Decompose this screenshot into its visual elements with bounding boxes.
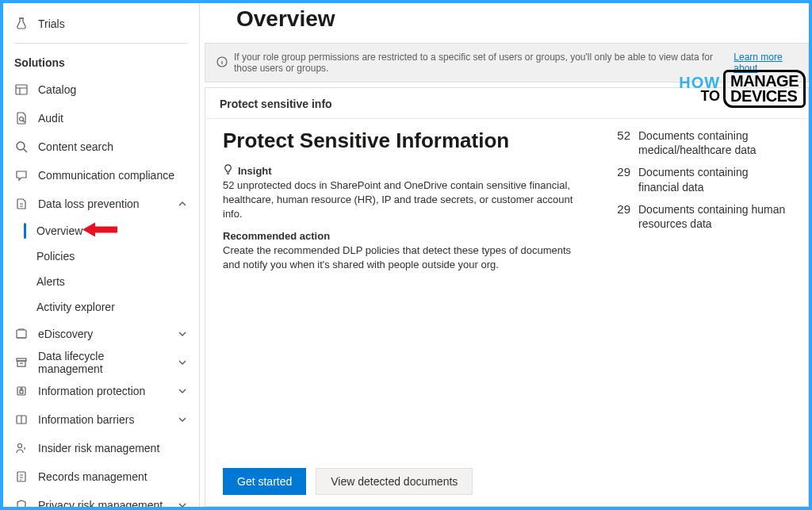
sidebar-section-solutions: Solutions [3, 45, 199, 75]
dlp-sub-items: Overview Policies Alerts Activity explor… [3, 218, 199, 320]
chevron-down-icon [177, 357, 188, 368]
recommended-action-label: Recommended action [223, 230, 586, 242]
sidebar-item-trials[interactable]: Trials [3, 10, 199, 38]
sidebar-item-ediscovery[interactable]: eDiscovery [3, 320, 199, 348]
chevron-up-icon [177, 198, 188, 209]
stat-row: 52 Documents containing medical/healthca… [608, 128, 791, 157]
sidebar-subitem-label: Alerts [36, 275, 65, 288]
stats-column: 52 Documents containing medical/healthca… [608, 128, 791, 460]
sidebar-item-label: Data lifecycle management [38, 350, 167, 375]
stat-label: Documents containing medical/healthcare … [638, 128, 791, 157]
sidebar-item-label: Privacy risk management [38, 499, 167, 507]
svg-rect-8 [20, 390, 23, 393]
sidebar-item-audit[interactable]: Audit [3, 104, 199, 132]
get-started-button[interactable]: Get started [223, 468, 306, 495]
sidebar-subitem-label: Policies [36, 250, 75, 263]
sidebar-subitem-policies[interactable]: Policies [3, 243, 199, 269]
sidebar-item-records-management[interactable]: Records management [3, 462, 199, 491]
privacy-icon [14, 498, 29, 507]
catalog-icon [14, 82, 29, 97]
sidebar-item-label: Content search [38, 140, 188, 153]
stat-number: 52 [608, 128, 630, 142]
sidebar-item-content-search[interactable]: Content search [3, 132, 199, 161]
svg-marker-3 [82, 223, 117, 237]
insight-label: Insight [238, 165, 272, 177]
sidebar-item-information-barriers[interactable]: Information barriers [3, 405, 199, 434]
sidebar-item-privacy-risk[interactable]: Privacy risk management [3, 491, 199, 507]
shield-icon [14, 197, 29, 211]
sidebar-item-insider-risk[interactable]: Insider risk management [3, 434, 199, 462]
sidebar-item-data-loss-prevention[interactable]: Data loss prevention [3, 190, 199, 218]
info-icon [216, 56, 228, 70]
card-header: Protect sensitive info [205, 88, 808, 119]
info-banner-text: If your role group permissions are restr… [234, 52, 718, 74]
recommended-action-text: Create the recommended DLP policies that… [223, 243, 586, 272]
insight-text: 52 unprotected docs in SharePoint and On… [223, 178, 586, 222]
section-heading: Protect Sensitive Information [223, 128, 586, 153]
sidebar: Trials Solutions Catalog Audit Content s… [3, 3, 200, 507]
lock-icon [14, 384, 29, 398]
sidebar-item-label: Audit [38, 112, 188, 125]
protect-sensitive-card: Protect sensitive info Protect Sensitive… [205, 87, 809, 507]
stat-number: 29 [608, 165, 630, 178]
svg-rect-0 [16, 85, 27, 94]
sidebar-item-label: Records management [38, 470, 188, 483]
chevron-down-icon [177, 328, 188, 339]
sidebar-item-label: Information protection [38, 385, 167, 397]
sidebar-subitem-alerts[interactable]: Alerts [3, 269, 199, 294]
lightbulb-icon [223, 164, 233, 177]
sidebar-subitem-activity-explorer[interactable]: Activity explorer [3, 294, 199, 320]
sidebar-item-catalog[interactable]: Catalog [3, 75, 199, 104]
sidebar-item-label: Data loss prevention [38, 197, 167, 210]
barrier-icon [14, 412, 29, 427]
svg-point-2 [17, 142, 25, 150]
sidebar-divider [14, 43, 188, 44]
sidebar-item-label: Insider risk management [38, 442, 188, 454]
stat-row: 29 Documents containing financial data [608, 165, 791, 194]
sidebar-subitem-label: Overview [36, 224, 82, 237]
sidebar-subitem-label: Activity explorer [36, 301, 115, 313]
sidebar-item-label: Catalog [38, 83, 188, 96]
view-detected-documents-button[interactable]: View detected documents [316, 468, 473, 495]
chevron-down-icon [177, 385, 188, 397]
ediscovery-icon [14, 327, 29, 341]
info-banner-link[interactable]: Learn more about [733, 52, 797, 74]
stat-label: Documents containing financial data [638, 165, 791, 194]
sidebar-item-label: Communication compliance [38, 169, 188, 182]
svg-point-10 [18, 444, 22, 448]
sidebar-item-label: Trials [38, 17, 188, 30]
chevron-down-icon [177, 414, 188, 425]
sidebar-item-label: Information barriers [38, 413, 167, 426]
svg-point-1 [20, 117, 24, 121]
info-banner: If your role group permissions are restr… [205, 43, 809, 82]
archive-icon [14, 355, 29, 370]
records-icon [14, 470, 29, 484]
sidebar-item-information-protection[interactable]: Information protection [3, 377, 199, 405]
sidebar-item-communication-compliance[interactable]: Communication compliance [3, 161, 199, 190]
chat-icon [14, 168, 29, 182]
page-title: Overview [200, 3, 809, 43]
person-risk-icon [14, 441, 29, 455]
stat-row: 29 Documents containing human resources … [608, 202, 791, 231]
trials-icon [14, 17, 29, 31]
annotation-arrow-icon [82, 221, 117, 241]
sidebar-item-data-lifecycle[interactable]: Data lifecycle management [3, 348, 199, 377]
sidebar-item-label: eDiscovery [38, 328, 167, 340]
sidebar-subitem-overview[interactable]: Overview [3, 218, 199, 243]
chevron-down-icon [177, 500, 188, 507]
main-content: Overview If your role group permissions … [200, 3, 809, 507]
stat-number: 29 [608, 202, 630, 216]
search-icon [14, 140, 29, 154]
svg-rect-4 [17, 330, 26, 338]
stat-label: Documents containing human resources dat… [638, 202, 791, 231]
audit-icon [14, 111, 29, 125]
